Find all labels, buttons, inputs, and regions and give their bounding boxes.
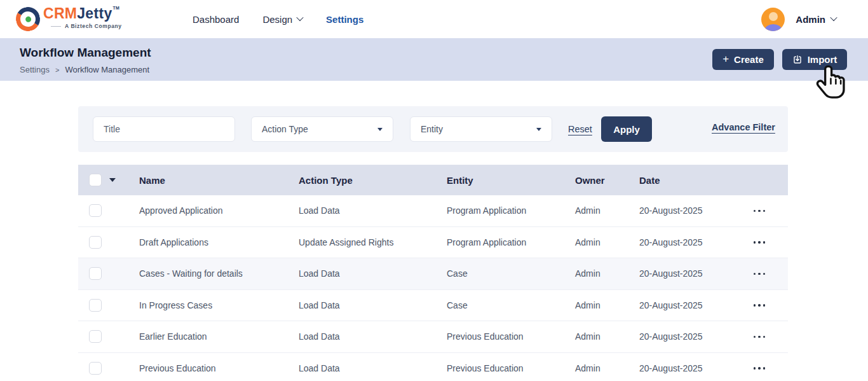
action-type-select-value: Action Type [262,124,308,134]
select-menu-caret-icon[interactable] [109,178,116,182]
row-action-type: Load Data [299,268,447,279]
column-header-name: Name [139,175,299,186]
caret-down-icon [536,128,541,131]
nav-item-label: Dashboard [193,14,239,25]
breadcrumb-separator: > [55,66,59,74]
table-row[interactable]: Approved Application Load Data Program A… [78,195,788,227]
title-filter-input[interactable] [93,116,235,142]
table-row[interactable]: Earlier Education Load Data Previous Edu… [78,321,788,353]
tagline-line [51,26,61,27]
table-row[interactable]: Cases - Waiting for details Load Data Ca… [78,258,788,290]
column-header-date: Date [639,175,731,186]
column-header-entity: Entity [447,175,575,186]
brand-text: CRMJettyTM A Biztech Company [43,6,122,29]
row-date: 20-August-2025 [639,205,731,216]
row-checkbox[interactable] [89,330,102,343]
row-checkbox[interactable] [89,236,102,249]
user-name-label: Admin [796,14,825,25]
row-owner: Admin [575,205,639,216]
row-entity: Program Application [447,205,575,216]
row-owner: Admin [575,300,639,310]
row-owner: Admin [575,237,639,247]
user-menu[interactable]: Admin [761,0,836,38]
row-action-type: Load Data [299,331,447,342]
row-actions-button[interactable] [750,363,770,373]
action-type-select[interactable]: Action Type [251,116,393,142]
table-body: Approved Application Load Data Program A… [78,195,788,381]
entity-select-value: Entity [421,124,443,134]
row-date: 20-August-2025 [639,300,731,310]
import-button-label: Import [808,54,837,65]
table-row[interactable]: Previous Education Load Data Previous Ed… [78,353,788,381]
page-header-band: Workflow Management Settings > Workflow … [0,38,868,81]
main-nav: Dashboard Design Settings [193,0,363,38]
breadcrumb-current: Workflow Management [65,65,149,74]
row-entity: Program Application [447,237,575,247]
filter-bar: Action Type Entity Reset Apply Advance F… [78,106,788,152]
user-name: Admin [796,14,836,25]
row-name: Earlier Education [139,331,299,342]
nav-item-label: Design [262,14,292,25]
import-icon [792,55,803,65]
table-header-check-cell [78,174,139,186]
row-owner: Admin [575,268,639,279]
row-actions-button[interactable] [750,300,770,310]
row-name: In Progress Cases [139,300,299,310]
row-action-type: Load Data [299,205,447,216]
row-checkbox[interactable] [89,299,102,312]
table-header: Name Action Type Entity Owner Date [78,165,788,195]
row-date: 20-August-2025 [639,268,731,279]
row-name: Previous Education [139,363,299,373]
create-button-label: Create [734,54,764,65]
page-title: Workflow Management [20,46,151,60]
brand-logo[interactable]: CRMJettyTM A Biztech Company [16,6,122,31]
column-header-owner: Owner [575,175,639,186]
reset-link[interactable]: Reset [568,124,592,134]
table-row[interactable]: In Progress Cases Load Data Case Admin 2… [78,290,788,322]
apply-button[interactable]: Apply [601,116,652,142]
row-owner: Admin [575,363,639,373]
row-name: Draft Applications [139,237,299,247]
brand-wordmark: CRMJettyTM [43,5,119,22]
row-name: Cases - Waiting for details [139,268,299,279]
row-checkbox[interactable] [89,362,102,375]
row-entity: Previous Education [447,363,575,373]
column-header-action-type: Action Type [299,175,447,186]
row-entity: Case [447,268,575,279]
breadcrumb-parent[interactable]: Settings [20,65,50,74]
row-checkbox[interactable] [89,204,102,217]
nav-item-settings[interactable]: Settings [326,14,363,25]
row-date: 20-August-2025 [639,363,731,373]
table-row[interactable]: Draft Applications Update Assigned Right… [78,227,788,259]
chevron-down-icon [830,13,837,20]
row-actions-button[interactable] [750,237,770,247]
row-checkbox[interactable] [89,267,102,280]
import-button[interactable]: Import [782,49,847,70]
row-action-type: Load Data [299,300,447,310]
crmjetty-logo-icon [13,4,43,34]
nav-item-dashboard[interactable]: Dashboard [193,14,239,25]
logo-green-dot-icon [25,16,32,23]
brand-tagline: A Biztech Company [43,24,122,29]
header-actions: + Create Import [712,49,847,70]
row-date: 20-August-2025 [639,237,731,247]
avatar-body-icon [764,24,782,31]
row-date: 20-August-2025 [639,331,731,342]
plus-icon: + [722,53,729,66]
row-actions-button[interactable] [750,206,770,216]
row-owner: Admin [575,331,639,342]
nav-item-design[interactable]: Design [262,14,302,25]
avatar [761,8,785,31]
row-action-type: Update Assigned Rights [299,237,447,247]
create-button[interactable]: + Create [712,49,774,70]
top-navbar: CRMJettyTM A Biztech Company Dashboard D… [0,0,868,38]
row-actions-button[interactable] [750,269,770,279]
advance-filter-link[interactable]: Advance Filter [712,122,775,132]
entity-select[interactable]: Entity [410,116,552,142]
row-name: Approved Application [139,205,299,216]
row-actions-button[interactable] [750,332,770,342]
breadcrumb: Settings > Workflow Management [20,65,149,74]
select-all-checkbox[interactable] [89,174,102,186]
chevron-down-icon [296,13,303,20]
avatar-head-icon [769,12,778,21]
